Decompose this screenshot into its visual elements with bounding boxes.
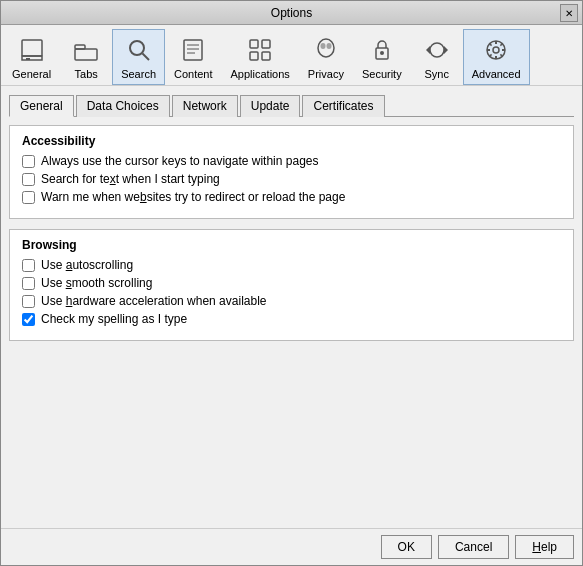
toolbar-label-applications: Applications	[231, 68, 290, 80]
svg-line-6	[142, 54, 149, 61]
toolbar-label-sync: Sync	[424, 68, 448, 80]
content-area: General Data Choices Network Update Cert…	[1, 86, 582, 528]
svg-point-16	[320, 43, 325, 49]
checkbox-smooth-scrolling[interactable]	[22, 277, 35, 290]
label-search-text: Search for text when I start typing	[41, 172, 220, 186]
browsing-section: Browsing Use autoscrolling Use smooth sc…	[9, 229, 574, 341]
options-window: Options ✕ General Tabs	[0, 0, 583, 566]
title-bar: Options ✕	[1, 1, 582, 25]
toolbar-label-security: Security	[362, 68, 402, 80]
checkbox-row-smooth-scrolling: Use smooth scrolling	[22, 276, 561, 290]
sync-icon	[421, 34, 453, 66]
svg-point-17	[326, 43, 331, 49]
tab-network[interactable]: Network	[172, 95, 238, 117]
checkbox-search-text[interactable]	[22, 173, 35, 186]
toolbar-item-advanced[interactable]: Advanced	[463, 29, 530, 85]
checkbox-row-spell-check: Check my spelling as I type	[22, 312, 561, 326]
toolbar-item-privacy[interactable]: Privacy	[299, 29, 353, 85]
tab-update[interactable]: Update	[240, 95, 301, 117]
toolbar-label-privacy: Privacy	[308, 68, 344, 80]
svg-rect-13	[250, 52, 258, 60]
checkbox-row-search-text: Search for text when I start typing	[22, 172, 561, 186]
browsing-title: Browsing	[22, 238, 561, 252]
tabs-row: General Data Choices Network Update Cert…	[9, 94, 574, 117]
label-hardware-accel: Use hardware acceleration when available	[41, 294, 267, 308]
general-icon	[16, 34, 48, 66]
label-spell-check: Check my spelling as I type	[41, 312, 187, 326]
toolbar-item-search[interactable]: Search	[112, 29, 165, 85]
checkbox-row-autoscrolling: Use autoscrolling	[22, 258, 561, 272]
svg-rect-4	[75, 49, 97, 60]
svg-rect-1	[22, 56, 42, 60]
toolbar-item-tabs[interactable]: Tabs	[60, 29, 112, 85]
toolbar-label-content: Content	[174, 68, 213, 80]
toolbar-label-search: Search	[121, 68, 156, 80]
tab-general[interactable]: General	[9, 95, 74, 117]
toolbar-label-advanced: Advanced	[472, 68, 521, 80]
checkbox-row-warn-redirect: Warn me when websites try to redirect or…	[22, 190, 561, 204]
close-button[interactable]: ✕	[560, 4, 578, 22]
tabs-icon	[70, 34, 102, 66]
svg-point-19	[380, 51, 384, 55]
svg-line-31	[490, 54, 492, 56]
label-cursor-keys: Always use the cursor keys to navigate w…	[41, 154, 318, 168]
tab-certificates[interactable]: Certificates	[302, 95, 384, 117]
svg-point-15	[318, 39, 334, 57]
toolbar: General Tabs Search	[1, 25, 582, 86]
search-icon	[123, 34, 155, 66]
svg-point-5	[130, 41, 144, 55]
checkbox-hardware-accel[interactable]	[22, 295, 35, 308]
accessibility-section: Accessibility Always use the cursor keys…	[9, 125, 574, 219]
tab-data-choices[interactable]: Data Choices	[76, 95, 170, 117]
toolbar-item-applications[interactable]: Applications	[222, 29, 299, 85]
svg-line-30	[501, 44, 503, 46]
svg-rect-12	[262, 40, 270, 48]
toolbar-item-sync[interactable]: Sync	[411, 29, 463, 85]
svg-rect-11	[250, 40, 258, 48]
content-icon	[177, 34, 209, 66]
checkbox-autoscrolling[interactable]	[22, 259, 35, 272]
svg-rect-14	[262, 52, 270, 60]
toolbar-label-tabs: Tabs	[75, 68, 98, 80]
svg-rect-7	[184, 40, 202, 60]
toolbar-item-content[interactable]: Content	[165, 29, 222, 85]
advanced-icon	[480, 34, 512, 66]
security-icon	[366, 34, 398, 66]
applications-icon	[244, 34, 276, 66]
checkbox-cursor-keys[interactable]	[22, 155, 35, 168]
toolbar-item-security[interactable]: Security	[353, 29, 411, 85]
cancel-button[interactable]: Cancel	[438, 535, 509, 559]
svg-line-28	[490, 44, 492, 46]
checkbox-spell-check[interactable]	[22, 313, 35, 326]
toolbar-item-general[interactable]: General	[3, 29, 60, 85]
checkbox-warn-redirect[interactable]	[22, 191, 35, 204]
toolbar-label-general: General	[12, 68, 51, 80]
svg-rect-0	[22, 40, 42, 56]
checkbox-row-hardware-accel: Use hardware acceleration when available	[22, 294, 561, 308]
label-warn-redirect: Warn me when websites try to redirect or…	[41, 190, 345, 204]
svg-point-23	[493, 47, 499, 53]
help-button[interactable]: Help	[515, 535, 574, 559]
svg-marker-20	[444, 46, 448, 54]
svg-marker-21	[426, 46, 430, 54]
ok-button[interactable]: OK	[381, 535, 432, 559]
accessibility-title: Accessibility	[22, 134, 561, 148]
svg-rect-2	[26, 58, 30, 60]
checkbox-row-cursor-keys: Always use the cursor keys to navigate w…	[22, 154, 561, 168]
label-smooth-scrolling: Use smooth scrolling	[41, 276, 152, 290]
label-autoscrolling: Use autoscrolling	[41, 258, 133, 272]
window-title: Options	[271, 6, 312, 20]
svg-line-29	[501, 54, 503, 56]
privacy-icon	[310, 34, 342, 66]
footer: OK Cancel Help	[1, 528, 582, 565]
